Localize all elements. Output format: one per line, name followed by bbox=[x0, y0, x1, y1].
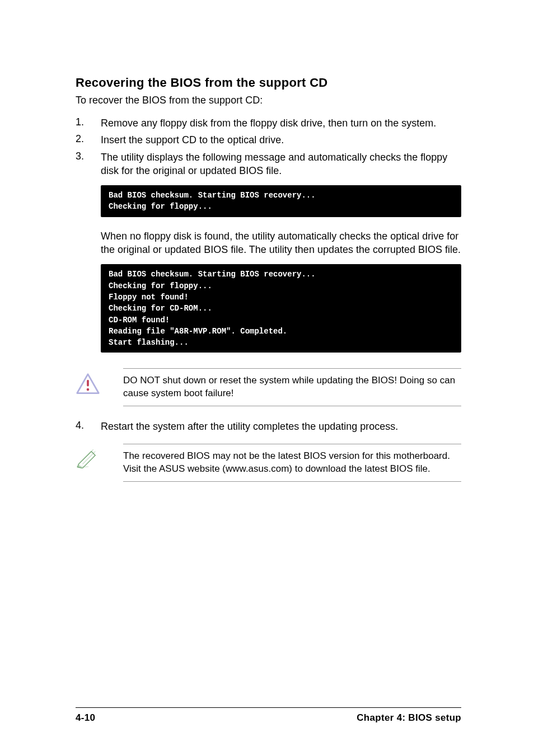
svg-point-4 bbox=[76, 466, 89, 468]
warning-icon bbox=[76, 368, 123, 395]
step-4: 4. Restart the system after the utility … bbox=[76, 420, 461, 433]
note-text: The recovered BIOS may not be the latest… bbox=[123, 444, 461, 482]
page-footer: 4-10 Chapter 4: BIOS setup bbox=[76, 707, 461, 724]
section-heading: Recovering the BIOS from the support CD bbox=[76, 76, 461, 90]
paragraph-after-terminal-1: When no floppy disk is found, the utilit… bbox=[101, 229, 461, 257]
intro-text: To recover the BIOS from the support CD: bbox=[76, 95, 461, 106]
svg-rect-0 bbox=[87, 380, 89, 387]
step-1: 1. Remove any floppy disk from the flopp… bbox=[76, 116, 461, 130]
step-number: 1. bbox=[76, 116, 101, 130]
warning-callout: DO NOT shut down or reset the system whi… bbox=[76, 368, 461, 406]
note-callout: The recovered BIOS may not be the latest… bbox=[76, 444, 461, 482]
chapter-label: Chapter 4: BIOS setup bbox=[357, 712, 461, 724]
step-text: The utility displays the following messa… bbox=[101, 151, 461, 178]
svg-line-2 bbox=[81, 449, 93, 462]
svg-line-3 bbox=[82, 451, 95, 464]
terminal-output-1: Bad BIOS checksum. Starting BIOS recover… bbox=[101, 185, 461, 217]
step-2: 2. Insert the support CD to the optical … bbox=[76, 133, 461, 147]
page-number: 4-10 bbox=[76, 712, 95, 724]
step-number: 2. bbox=[76, 133, 101, 147]
terminal-output-2: Bad BIOS checksum. Starting BIOS recover… bbox=[101, 264, 461, 353]
step-3: 3. The utility displays the following me… bbox=[76, 151, 461, 178]
step-text: Restart the system after the utility com… bbox=[101, 420, 398, 433]
step-number: 3. bbox=[76, 151, 101, 178]
pencil-icon bbox=[76, 444, 123, 468]
step-number: 4. bbox=[76, 420, 101, 433]
step-text: Remove any floppy disk from the floppy d… bbox=[101, 116, 436, 130]
svg-point-1 bbox=[87, 388, 90, 391]
warning-text: DO NOT shut down or reset the system whi… bbox=[123, 368, 461, 406]
step-text: Insert the support CD to the optical dri… bbox=[101, 133, 284, 147]
